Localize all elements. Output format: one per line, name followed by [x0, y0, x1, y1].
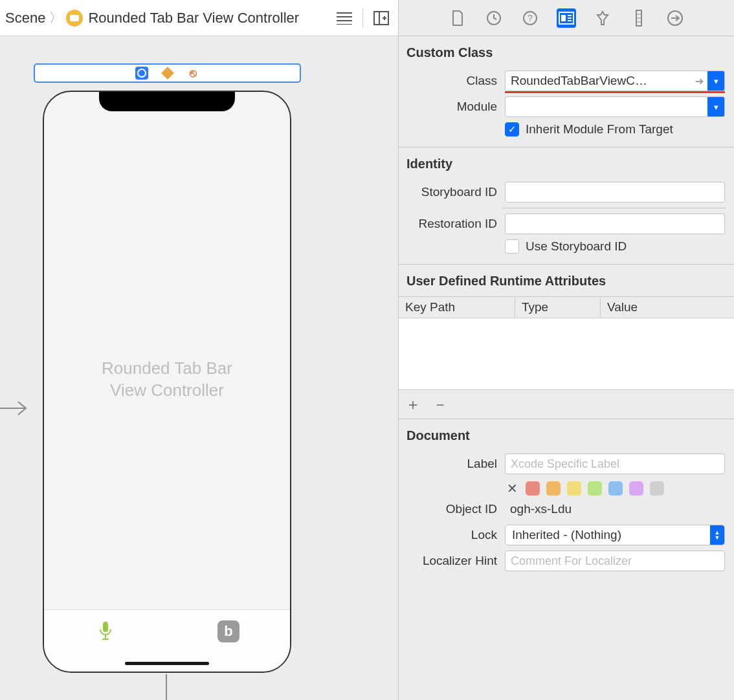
- swatch-gray[interactable]: [650, 481, 664, 496]
- localizer-hint-label: Localizer Hint: [399, 554, 505, 568]
- runtime-attrs-table[interactable]: [399, 318, 734, 389]
- inspector-tabs: ?: [399, 0, 734, 36]
- col-value[interactable]: Value: [601, 297, 734, 318]
- size-inspector-tab-icon[interactable]: [629, 8, 649, 28]
- home-indicator: [125, 662, 209, 665]
- restoration-id-label: Restoration ID: [399, 217, 505, 231]
- inherit-module-checkbox[interactable]: ✓: [505, 122, 519, 137]
- custom-class-section: Custom Class Class RoundedTabBarViewC… ➜…: [399, 36, 734, 148]
- localizer-hint-input[interactable]: [505, 551, 725, 571]
- file-inspector-tab-icon[interactable]: [448, 8, 467, 28]
- col-keypath[interactable]: Key Path: [399, 297, 515, 318]
- chevron-down-icon[interactable]: ▾: [707, 97, 724, 116]
- class-value: RoundedTabBarViewC…: [506, 74, 691, 88]
- view-controller-icon: [66, 10, 83, 27]
- storyboard-id-label: Storyboard ID: [399, 185, 505, 199]
- swatch-blue[interactable]: [608, 481, 623, 496]
- lock-label: Lock: [399, 528, 505, 542]
- swatch-yellow[interactable]: [567, 481, 581, 496]
- svg-rect-9: [103, 622, 108, 632]
- lock-value: Inherited - (Nothing): [506, 528, 710, 542]
- class-label: Class: [399, 74, 505, 88]
- storyboard-id-input[interactable]: [505, 182, 725, 202]
- connections-inspector-tab-icon[interactable]: [665, 8, 685, 28]
- breadcrumb-controller[interactable]: Rounded Tab Bar View Controller: [88, 10, 299, 27]
- add-panel-icon[interactable]: [370, 6, 393, 30]
- outline-toggle-icon[interactable]: [333, 6, 356, 30]
- tab-item-b-icon[interactable]: b: [217, 620, 239, 642]
- module-label: Module: [399, 100, 505, 114]
- history-inspector-tab-icon[interactable]: [484, 8, 504, 28]
- device-notch: [99, 91, 235, 111]
- add-attr-button[interactable]: ＋: [405, 394, 421, 415]
- tab-item-mic-icon[interactable]: [95, 620, 117, 642]
- help-inspector-tab-icon[interactable]: ?: [520, 8, 540, 28]
- identity-divider: [502, 208, 726, 208]
- identity-inspector-tab-icon[interactable]: [557, 8, 576, 28]
- canvas-top-bar: Scene 〉 Rounded Tab Bar View Controller: [0, 0, 398, 36]
- object-id-label: Object ID: [399, 502, 505, 516]
- swatch-green[interactable]: [588, 481, 602, 496]
- swatch-red[interactable]: [526, 481, 540, 496]
- use-storyboard-id-label: Use Storyboard ID: [526, 239, 627, 254]
- document-title: Document: [399, 426, 734, 451]
- runtime-attrs-section: User Defined Runtime Attributes Key Path…: [399, 265, 734, 419]
- view-controller-dock-icon[interactable]: [135, 67, 148, 80]
- class-highlight: [505, 91, 725, 93]
- exit-dock-icon[interactable]: ⎋: [187, 67, 200, 80]
- document-section: Document Label ✕ Object ID ogh-xs-Ldu Lo…: [399, 419, 734, 584]
- class-combobox[interactable]: RoundedTabBarViewC… ➜ ▾: [505, 71, 725, 91]
- device-frame[interactable]: Rounded Tab Bar View Controller b: [43, 91, 291, 673]
- swatch-purple[interactable]: [629, 481, 643, 496]
- label-color-swatches: ✕: [399, 477, 734, 496]
- runtime-attrs-title: User Defined Runtime Attributes: [399, 271, 734, 296]
- toolbar-divider: [362, 8, 363, 28]
- label-label: Label: [399, 457, 505, 471]
- scene-dock[interactable]: ⎋: [34, 63, 301, 83]
- breadcrumb-scene[interactable]: Scene: [5, 10, 45, 27]
- updown-caret-icon[interactable]: ▲▼: [710, 525, 724, 545]
- lock-select[interactable]: Inherited - (Nothing) ▲▼: [505, 525, 725, 545]
- label-input[interactable]: [505, 454, 725, 474]
- inherit-module-label: Inherit Module From Target: [526, 122, 673, 137]
- object-id-value: ogh-xs-Ldu: [505, 502, 577, 516]
- segue-line: [166, 674, 167, 700]
- runtime-attrs-headers: Key Path Type Value: [399, 296, 734, 318]
- use-storyboard-id-checkbox[interactable]: [505, 239, 519, 254]
- restoration-id-input[interactable]: [505, 213, 725, 234]
- breadcrumb: Scene 〉 Rounded Tab Bar View Controller: [5, 9, 333, 27]
- runtime-attrs-actions: ＋ －: [399, 389, 734, 419]
- col-type[interactable]: Type: [515, 297, 601, 318]
- svg-text:?: ?: [528, 13, 533, 23]
- canvas-pane: Scene 〉 Rounded Tab Bar View Controller …: [0, 0, 399, 700]
- inspector-pane: ? Custom Class Class RoundedTabBarViewC……: [399, 0, 734, 700]
- custom-class-title: Custom Class: [399, 43, 734, 68]
- identity-title: Identity: [399, 154, 734, 179]
- attributes-inspector-tab-icon[interactable]: [593, 8, 612, 28]
- clear-color-icon[interactable]: ✕: [505, 481, 519, 496]
- class-nav-icon[interactable]: ➜: [691, 75, 707, 87]
- module-combobox[interactable]: ▾: [505, 96, 725, 117]
- chevron-down-icon[interactable]: ▾: [707, 71, 724, 91]
- identity-section: Identity Storyboard ID Restoration ID Us…: [399, 148, 734, 265]
- first-responder-dock-icon[interactable]: [161, 67, 174, 80]
- entry-arrow-icon[interactable]: [0, 399, 30, 418]
- remove-attr-button[interactable]: －: [432, 394, 448, 415]
- swatch-orange[interactable]: [546, 481, 561, 496]
- chevron-right-icon: 〉: [49, 9, 62, 27]
- storyboard-canvas[interactable]: ⎋ Rounded Tab Bar View Controller b: [0, 36, 398, 700]
- svg-rect-16: [561, 15, 566, 21]
- controller-placeholder-label: Rounded Tab Bar View Controller: [69, 358, 265, 402]
